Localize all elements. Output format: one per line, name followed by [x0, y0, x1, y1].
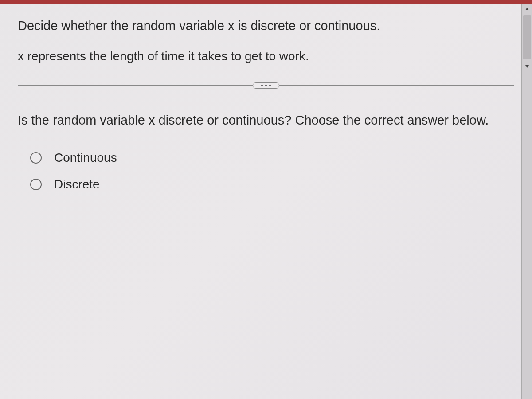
vertical-scrollbar[interactable]	[521, 4, 532, 399]
svg-marker-0	[525, 8, 529, 10]
option-discrete[interactable]: Discrete	[30, 177, 514, 192]
question-content: Decide whether the random variable x is …	[0, 4, 532, 222]
more-options-pill[interactable]	[253, 82, 279, 89]
radio-icon[interactable]	[30, 152, 42, 164]
scroll-up-arrow-icon[interactable]	[522, 4, 532, 14]
scroll-down-arrow-icon[interactable]	[522, 61, 532, 72]
answer-instruction: Is the random variable x discrete or con…	[18, 111, 514, 129]
option-label: Discrete	[54, 177, 100, 192]
radio-icon[interactable]	[30, 179, 42, 190]
svg-marker-1	[525, 65, 529, 68]
option-continuous[interactable]: Continuous	[30, 151, 514, 165]
section-divider	[18, 82, 514, 89]
divider-line-right	[279, 85, 514, 86]
window-top-bar	[0, 0, 532, 4]
answer-options: Continuous Discrete	[18, 151, 514, 192]
question-prompt: Decide whether the random variable x is …	[18, 17, 514, 35]
option-label: Continuous	[54, 151, 117, 165]
divider-line-left	[18, 85, 253, 86]
question-context: x represents the length of time it takes…	[18, 47, 514, 65]
dots-icon	[269, 85, 271, 86]
dots-icon	[265, 85, 267, 86]
dots-icon	[261, 85, 263, 86]
scroll-thumb[interactable]	[523, 15, 531, 59]
